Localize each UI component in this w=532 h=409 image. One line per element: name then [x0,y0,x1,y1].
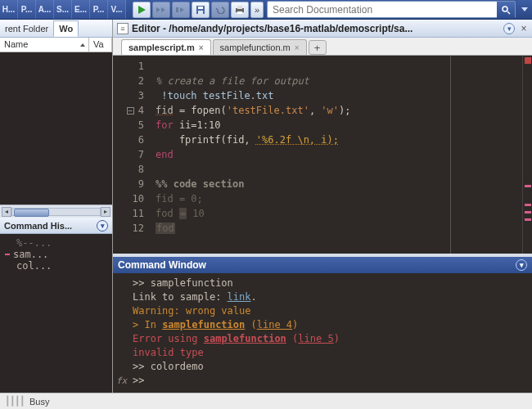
cw-link[interactable]: line 5 [298,333,333,344]
cw-link[interactable]: samplefunction [162,319,245,330]
more-button[interactable]: » [250,2,264,18]
editor-title: Editor - /home/andy/projects/base16-matl… [132,23,500,34]
print-button[interactable] [231,2,249,18]
panel-close-icon[interactable]: × [518,23,530,34]
code-token: for [156,119,179,131]
cw-link[interactable]: samplefunction [204,333,286,344]
search-box[interactable] [267,1,516,18]
history-item[interactable]: %--... [16,237,52,249]
code-token: fprintf(fid, [156,134,256,146]
code-token: fod [156,208,179,219]
history-item[interactable]: col... [16,260,52,272]
ribbon-tabs: H... P... A... S... E... P... V... [0,0,126,19]
ribbon-tab-editor[interactable]: E... [72,0,90,19]
editor-tab-samplefunction[interactable]: samplefunction.m × [213,39,307,55]
right-margin-line [450,56,451,254]
editor-file-icon: ≡ [117,23,128,34]
code-token: ); [339,105,350,116]
history-marker-icon [5,254,10,255]
code-token: end [156,149,174,160]
search-icon[interactable] [497,2,515,18]
editor-tab-samplescript[interactable]: samplescript.m × [121,39,211,55]
panel-menu-icon[interactable]: ▾ [97,220,108,231]
code-token: 'testFile.txt' [227,105,309,116]
folder-columns: Name Va [0,38,112,52]
cw-line: >> colordemo [133,360,525,374]
svg-line-12 [507,11,510,14]
code-line: % create a file for output [156,75,309,87]
code-token: fid [156,105,174,116]
step-out-button[interactable] [172,2,190,18]
history-item[interactable]: sam... [13,249,48,260]
overview-error-icon[interactable] [525,57,531,64]
main-toolbar: H... P... A... S... E... P... V... » [0,0,532,20]
run-button[interactable] [133,2,151,18]
svg-rect-3 [176,7,178,12]
folder-tab-current[interactable]: rent Folder [0,21,53,36]
step-button[interactable] [152,2,170,18]
cw-error: Error using samplefunction (line 5) [133,332,525,346]
command-history-label: Command His... [4,221,72,231]
fold-icon[interactable]: – [127,107,134,115]
scroll-left-icon[interactable]: ◂ [2,207,11,217]
code-token: fod [156,222,175,234]
ribbon-tab-plots[interactable]: P... [18,0,36,19]
editor-tabs: samplescript.m × samplefunction.m × + [113,38,532,56]
command-window-header: Command Window ▾ [113,257,532,273]
folder-list[interactable] [0,52,112,204]
column-value[interactable]: Va [89,38,112,52]
ribbon-tab-apps[interactable]: A... [36,0,54,19]
overview-mark-icon[interactable] [525,211,531,213]
fx-icon[interactable]: fx [116,374,127,388]
svg-point-11 [503,7,507,11]
cw-prompt[interactable]: >> [133,374,525,388]
overview-mark-icon[interactable] [525,185,531,187]
line-gutter: 123 –4 567 8910 1112 [113,56,147,254]
svg-rect-10 [237,11,242,14]
cw-link[interactable]: link [228,291,251,303]
undo-button[interactable] [211,2,229,18]
folder-hscroll[interactable]: ◂ ▸ [0,204,112,218]
editor-title-bar: ≡ Editor - /home/andy/projects/base16-ma… [113,20,532,38]
overview-ruler[interactable] [522,56,532,254]
cw-error: invalid type [133,346,525,360]
svg-rect-9 [237,6,242,9]
left-column: rent Folder Wo Name Va ◂ ▸ Command His..… [0,20,113,393]
tab-close-icon[interactable]: × [295,43,300,52]
ribbon-tab-publish[interactable]: P... [90,0,108,19]
scroll-right-icon[interactable]: ▸ [101,207,110,217]
overview-mark-icon[interactable] [525,218,531,221]
command-history-title: Command His... ▾ [0,218,112,234]
command-window: Command Window ▾ >> samplefunction Link … [113,254,532,393]
editor-tab-label: samplefunction.m [220,43,291,52]
ribbon-tab-home[interactable]: H... [0,0,18,19]
scroll-thumb[interactable] [14,209,49,217]
command-window-title: Command Window [118,259,206,271]
code-token: %% code section [156,178,244,190]
toolbar-dropdown[interactable] [517,0,532,19]
svg-marker-1 [156,7,160,12]
command-window-body[interactable]: >> samplefunction Link to sample: link. … [113,273,532,393]
panel-options-icon[interactable]: ▾ [503,23,515,34]
cw-link[interactable]: line 4 [257,319,292,330]
code-token: ii=1:10 [179,119,221,131]
command-history-body[interactable]: %--... sam... col... [0,234,112,393]
overview-mark-icon[interactable] [525,204,531,206]
code-token: 'w' [321,105,339,116]
ribbon-tab-shortcuts[interactable]: S... [54,0,72,19]
panel-menu-icon[interactable]: ▾ [516,259,527,271]
folder-tab-workspace[interactable]: Wo [53,20,79,37]
code-token: = fopen( [174,105,227,116]
search-input[interactable] [268,2,497,17]
right-column: ≡ Editor - /home/andy/projects/base16-ma… [113,20,532,393]
save-button[interactable] [192,2,210,18]
svg-marker-2 [161,7,165,12]
ribbon-tab-view[interactable]: V... [108,0,126,19]
new-tab-button[interactable]: + [309,40,327,55]
editor-area[interactable]: 123 –4 567 8910 1112 % create a file for… [113,56,532,254]
status-grip-icon: ┃┃┃┃ [5,396,25,407]
code-token: touch testFile.txt [167,90,273,101]
code-content[interactable]: % create a file for output !touch testFi… [147,56,522,254]
tab-close-icon[interactable]: × [199,43,204,52]
column-name[interactable]: Name [0,38,89,52]
